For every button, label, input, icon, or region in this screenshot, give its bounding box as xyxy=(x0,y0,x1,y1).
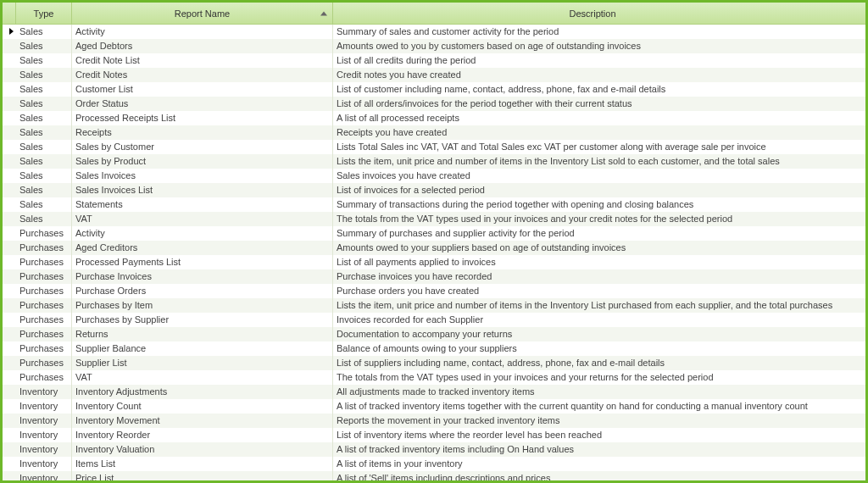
table-row[interactable]: PurchasesSupplier BalanceBalance of amou… xyxy=(3,341,865,356)
cell-type: Sales xyxy=(16,53,72,68)
cell-description: A list of items in your inventory xyxy=(333,457,865,471)
cell-report-name: Activity xyxy=(72,226,333,241)
column-header-report-name-label: Report Name xyxy=(175,8,230,19)
cell-report-name: Inventory Movement xyxy=(72,414,333,428)
cell-type: Inventory xyxy=(16,428,72,442)
sort-ascending-icon xyxy=(320,11,327,15)
cell-type: Sales xyxy=(16,125,72,140)
table-row[interactable]: SalesOrder StatusList of all orders/invo… xyxy=(3,97,865,111)
cell-report-name: Credit Notes xyxy=(72,68,333,82)
cell-description: List of inventory items where the reorde… xyxy=(333,428,865,442)
cell-description: Credit notes you have created xyxy=(333,68,865,82)
cell-report-name: Sales Invoices List xyxy=(72,183,333,197)
table-row[interactable]: InventoryInventory ValuationA list of tr… xyxy=(3,442,865,457)
cell-type: Sales xyxy=(16,111,72,125)
cell-description: Documentation to accompany your returns xyxy=(333,327,865,341)
table-row[interactable]: PurchasesProcessed Payments ListList of … xyxy=(3,255,865,269)
cell-type: Inventory xyxy=(16,457,72,471)
cell-description: List of suppliers including name, contac… xyxy=(333,356,865,370)
cell-description: Lists Total Sales inc VAT, VAT and Total… xyxy=(333,140,865,154)
cell-type: Purchases xyxy=(16,241,72,255)
table-row[interactable]: PurchasesVATThe totals from the VAT type… xyxy=(3,370,865,385)
table-row[interactable]: PurchasesReturnsDocumentation to accompa… xyxy=(3,327,865,341)
cell-type: Purchases xyxy=(16,313,72,327)
cell-description: Purchase orders you have created xyxy=(333,284,865,298)
table-row[interactable]: SalesActivitySummary of sales and custom… xyxy=(3,25,865,39)
cell-description: Summary of sales and customer activity f… xyxy=(333,25,865,39)
table-row[interactable]: SalesCustomer ListList of customer inclu… xyxy=(3,82,865,97)
cell-report-name: Aged Debtors xyxy=(72,39,333,53)
table-row[interactable]: InventoryInventory AdjustmentsAll adjust… xyxy=(3,385,865,399)
current-row-pointer-icon xyxy=(9,28,14,35)
cell-report-name: Sales by Customer xyxy=(72,140,333,154)
table-row[interactable]: SalesSales by CustomerLists Total Sales … xyxy=(3,140,865,154)
cell-description: The totals from the VAT types used in yo… xyxy=(333,212,865,226)
table-row[interactable]: PurchasesPurchases by SupplierInvoices r… xyxy=(3,313,865,327)
cell-type: Purchases xyxy=(16,370,72,385)
table-row[interactable]: SalesVATThe totals from the VAT types us… xyxy=(3,212,865,226)
table-row[interactable]: InventoryItems ListA list of items in yo… xyxy=(3,457,865,471)
table-row[interactable]: SalesSales Invoices ListList of invoices… xyxy=(3,183,865,197)
cell-report-name: Price List xyxy=(72,471,333,483)
cell-report-name: Purchases by Supplier xyxy=(72,313,333,327)
table-row[interactable]: SalesCredit Note ListList of all credits… xyxy=(3,53,865,68)
cell-type: Inventory xyxy=(16,442,72,457)
cell-type: Inventory xyxy=(16,414,72,428)
table-row[interactable]: PurchasesPurchase InvoicesPurchase invoi… xyxy=(3,269,865,284)
table-row[interactable]: InventoryInventory ReorderList of invent… xyxy=(3,428,865,442)
table-row[interactable]: InventoryPrice ListA list of 'Sell' item… xyxy=(3,471,865,483)
cell-description: A list of 'Sell' items including descrip… xyxy=(333,471,865,483)
cell-report-name: VAT xyxy=(72,212,333,226)
cell-report-name: Inventory Adjustments xyxy=(72,385,333,399)
cell-report-name: Purchases by Item xyxy=(72,298,333,313)
cell-report-name: Processed Receipts List xyxy=(72,111,333,125)
cell-report-name: Purchase Orders xyxy=(72,284,333,298)
cell-report-name: Inventory Count xyxy=(72,399,333,414)
cell-description: Invoices recorded for each Supplier xyxy=(333,313,865,327)
table-row[interactable]: SalesReceiptsReceipts you have created xyxy=(3,125,865,140)
cell-report-name: Credit Note List xyxy=(72,53,333,68)
cell-description: A list of all processed receipts xyxy=(333,111,865,125)
table-row[interactable]: SalesCredit NotesCredit notes you have c… xyxy=(3,68,865,82)
table-row[interactable]: PurchasesPurchases by ItemLists the item… xyxy=(3,298,865,313)
cell-description: A list of tracked inventory items includ… xyxy=(333,442,865,457)
table-row[interactable]: SalesSales by ProductLists the item, uni… xyxy=(3,154,865,169)
cell-description: Purchase invoices you have recorded xyxy=(333,269,865,284)
cell-type: Purchases xyxy=(16,356,72,370)
cell-type: Inventory xyxy=(16,385,72,399)
column-header-report-name[interactable]: Report Name xyxy=(72,3,333,24)
cell-description: A list of tracked inventory items togeth… xyxy=(333,399,865,414)
row-indicator xyxy=(3,25,16,39)
cell-description: Amounts owed to your suppliers based on … xyxy=(333,241,865,255)
cell-description: Summary of purchases and supplier activi… xyxy=(333,226,865,241)
cell-report-name: Items List xyxy=(72,457,333,471)
table-row[interactable]: SalesProcessed Receipts ListA list of al… xyxy=(3,111,865,125)
cell-report-name: Supplier Balance xyxy=(72,341,333,356)
cell-description: All adjustments made to tracked inventor… xyxy=(333,385,865,399)
table-row[interactable]: PurchasesAged CreditorsAmounts owed to y… xyxy=(3,241,865,255)
cell-report-name: Purchase Invoices xyxy=(72,269,333,284)
grid-header: Type Report Name Description xyxy=(3,3,865,25)
cell-type: Sales xyxy=(16,154,72,169)
column-header-description[interactable]: Description xyxy=(333,3,865,24)
cell-report-name: Sales by Product xyxy=(72,154,333,169)
cell-report-name: Receipts xyxy=(72,125,333,140)
table-row[interactable]: InventoryInventory MovementReports the m… xyxy=(3,414,865,428)
cell-report-name: Statements xyxy=(72,197,333,212)
cell-report-name: Supplier List xyxy=(72,356,333,370)
cell-type: Sales xyxy=(16,97,72,111)
table-row[interactable]: SalesAged DebtorsAmounts owed to you by … xyxy=(3,39,865,53)
table-row[interactable]: InventoryInventory CountA list of tracke… xyxy=(3,399,865,414)
cell-type: Purchases xyxy=(16,226,72,241)
cell-type: Sales xyxy=(16,183,72,197)
cell-description: Lists the item, unit price and number of… xyxy=(333,154,865,169)
table-row[interactable]: PurchasesPurchase OrdersPurchase orders … xyxy=(3,284,865,298)
cell-type: Inventory xyxy=(16,471,72,483)
table-row[interactable]: SalesStatementsSummary of transactions d… xyxy=(3,197,865,212)
column-header-type[interactable]: Type xyxy=(16,3,72,24)
cell-description: List of invoices for a selected period xyxy=(333,183,865,197)
table-row[interactable]: PurchasesSupplier ListList of suppliers … xyxy=(3,356,865,370)
table-row[interactable]: SalesSales InvoicesSales invoices you ha… xyxy=(3,169,865,183)
table-row[interactable]: PurchasesActivitySummary of purchases an… xyxy=(3,226,865,241)
column-header-indicator[interactable] xyxy=(3,3,16,24)
